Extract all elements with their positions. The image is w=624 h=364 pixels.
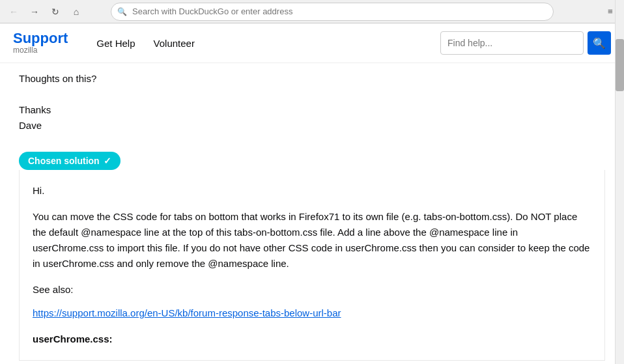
see-also-label: See also: <box>33 282 591 298</box>
address-bar-container: 🔍 <box>111 3 554 21</box>
site-search-input[interactable] <box>440 31 584 55</box>
reload-button[interactable]: ↻ <box>47 3 64 20</box>
post-text: Thoughts on this? Thanks Dave <box>19 63 605 147</box>
solution-body: You can move the CSS code for tabs on bo… <box>33 209 591 272</box>
solution-link[interactable]: https://support.mozilla.org/en-US/kb/for… <box>33 307 341 318</box>
reload-icon: ↻ <box>51 7 59 17</box>
logo-support-text: Support <box>13 31 68 46</box>
address-bar-wrapper: 🔍 <box>111 3 554 21</box>
home-icon: ⌂ <box>74 7 79 17</box>
site-nav: Get Help Volunteer <box>87 33 440 54</box>
forward-icon: → <box>30 7 39 17</box>
solution-link-wrapper: https://support.mozilla.org/en-US/kb/for… <box>33 305 591 321</box>
badge-label: Chosen solution <box>28 156 100 166</box>
post-thoughts: Thoughts on this? <box>19 71 605 87</box>
solution-content: Hi. You can move the CSS code for tabs o… <box>19 170 605 361</box>
address-bar[interactable] <box>111 3 554 21</box>
nav-get-help[interactable]: Get Help <box>87 33 144 54</box>
back-button[interactable]: ← <box>5 3 22 20</box>
back-icon: ← <box>9 7 18 17</box>
code-label-text: userChrome.css <box>33 333 109 344</box>
home-button[interactable]: ⌂ <box>68 3 85 20</box>
forward-button[interactable]: → <box>26 3 43 20</box>
solution-greeting: Hi. <box>33 183 591 199</box>
scrollbar[interactable] <box>615 0 624 364</box>
menu-icon: ≡ <box>608 7 613 16</box>
code-colon: : <box>109 333 113 344</box>
search-icon: 🔍 <box>593 37 606 49</box>
logo-mozilla-text: mozilla <box>13 46 68 55</box>
post-thanks: Thanks <box>19 102 605 118</box>
code-label: userChrome.css: <box>33 331 591 347</box>
site-logo[interactable]: Support mozilla <box>13 31 68 55</box>
post-author: Dave <box>19 118 605 133</box>
chosen-solution-section: Chosen solution ✓ Hi. You can move the C… <box>19 152 605 361</box>
scroll-thumb[interactable] <box>616 39 624 91</box>
browser-chrome: ← → ↻ ⌂ 🔍 ≡ <box>0 0 624 23</box>
site-header: Support mozilla Get Help Volunteer 🔍 <box>0 23 624 63</box>
header-search-container: 🔍 <box>440 31 611 55</box>
chosen-solution-badge: Chosen solution ✓ <box>19 152 121 170</box>
site-search-button[interactable]: 🔍 <box>588 31 611 55</box>
nav-volunteer[interactable]: Volunteer <box>145 33 204 54</box>
main-content: Thoughts on this? Thanks Dave Chosen sol… <box>6 63 618 361</box>
check-icon: ✓ <box>104 156 111 166</box>
